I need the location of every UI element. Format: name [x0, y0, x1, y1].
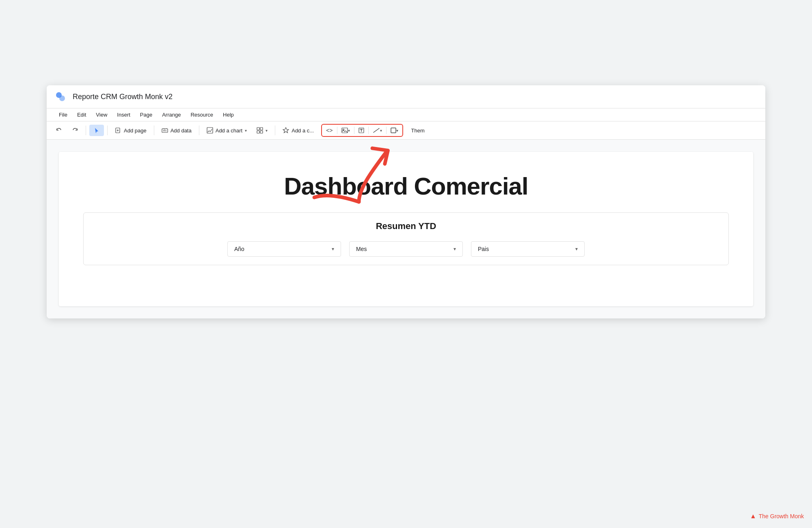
add-data-button[interactable]: Add data	[158, 125, 196, 136]
icon-sep-4	[386, 127, 387, 134]
divider-5	[275, 126, 275, 135]
add-component-label: Add a c...	[292, 128, 314, 134]
menu-view[interactable]: View	[92, 110, 111, 119]
add-page-label: Add page	[124, 128, 147, 134]
line-dropdown-arrow: ▾	[380, 128, 382, 133]
app-window: Reporte CRM Growth Monk v2 File Edit Vie…	[47, 85, 765, 318]
grid-dropdown-arrow: ▾	[266, 128, 268, 133]
mes-label: Mes	[356, 246, 367, 252]
mes-arrow: ▾	[454, 246, 456, 252]
resumen-section: Resumen YTD Año ▾ Mes ▾ Pais ▾	[83, 212, 729, 265]
watermark-icon: ▲	[750, 513, 756, 520]
them-label: Them	[408, 126, 428, 135]
menu-file[interactable]: File	[55, 110, 71, 119]
filter-row: Año ▾ Mes ▾ Pais ▾	[96, 241, 716, 257]
line-insert-button[interactable]: ▾	[370, 126, 384, 135]
menu-resource[interactable]: Resource	[186, 110, 217, 119]
menu-help[interactable]: Help	[219, 110, 238, 119]
ano-arrow: ▾	[332, 246, 334, 252]
watermark-text: The Growth Monk	[759, 513, 804, 519]
menu-bar: File Edit View Insert Page Arrange Resou…	[47, 108, 765, 121]
title-bar: Reporte CRM Growth Monk v2	[47, 85, 765, 108]
divider-3	[154, 126, 154, 135]
svg-rect-5	[257, 128, 259, 130]
chart-dropdown-arrow: ▾	[245, 128, 247, 133]
text-insert-button[interactable]	[356, 126, 367, 135]
icon-sep-3	[368, 127, 369, 134]
mes-dropdown[interactable]: Mes ▾	[349, 241, 463, 257]
svg-rect-8	[260, 131, 263, 133]
component-grid-button[interactable]: ▾	[253, 125, 272, 136]
app-logo	[55, 91, 66, 102]
svg-rect-7	[257, 131, 259, 133]
menu-arrange[interactable]: Arrange	[158, 110, 185, 119]
image-dropdown-arrow: ▾	[348, 128, 350, 133]
insert-icons-group: <> ▾ ▾ ▾	[321, 124, 403, 137]
svg-rect-6	[260, 128, 263, 130]
menu-insert[interactable]: Insert	[113, 110, 134, 119]
add-data-label: Add data	[171, 128, 192, 134]
add-chart-button[interactable]: Add a chart ▾	[203, 125, 251, 136]
shape-insert-button[interactable]: ▾	[388, 126, 401, 135]
icon-sep-1	[337, 127, 337, 134]
icon-sep-2	[354, 127, 354, 134]
shape-dropdown-arrow: ▾	[396, 128, 398, 133]
divider-1	[86, 126, 86, 135]
svg-rect-9	[342, 128, 348, 133]
divider-4	[199, 126, 199, 135]
add-page-button[interactable]: Add page	[111, 125, 151, 136]
divider-2	[107, 126, 108, 135]
code-embed-button[interactable]: <>	[324, 126, 335, 135]
toolbar: Add page Add data Add a chart ▾ ▾ Add a …	[47, 121, 765, 140]
ano-label: Año	[234, 246, 244, 252]
image-insert-button[interactable]: ▾	[339, 126, 352, 135]
pais-arrow: ▾	[575, 246, 578, 252]
pais-label: Pais	[478, 246, 489, 252]
dashboard-title: Dashboard Comercial	[83, 172, 729, 200]
cursor-button[interactable]	[89, 125, 104, 136]
undo-button[interactable]	[52, 125, 66, 136]
redo-button[interactable]	[68, 125, 82, 136]
svg-point-10	[343, 129, 344, 130]
svg-rect-12	[391, 128, 396, 133]
resumen-title: Resumen YTD	[96, 221, 716, 232]
menu-page[interactable]: Page	[136, 110, 156, 119]
add-component-button[interactable]: Add a c...	[279, 125, 318, 136]
watermark: ▲ The Growth Monk	[750, 513, 804, 520]
ano-dropdown[interactable]: Año ▾	[227, 241, 341, 257]
menu-edit[interactable]: Edit	[73, 110, 90, 119]
document-area: Dashboard Comercial Resumen YTD Año ▾ Me…	[47, 140, 765, 318]
document-page: Dashboard Comercial Resumen YTD Año ▾ Me…	[59, 152, 753, 306]
add-chart-label: Add a chart	[216, 128, 243, 134]
code-icon: <>	[326, 127, 333, 134]
pais-dropdown[interactable]: Pais ▾	[471, 241, 585, 257]
svg-point-1	[59, 95, 65, 101]
svg-rect-4	[207, 128, 213, 133]
app-title: Reporte CRM Growth Monk v2	[73, 93, 173, 101]
